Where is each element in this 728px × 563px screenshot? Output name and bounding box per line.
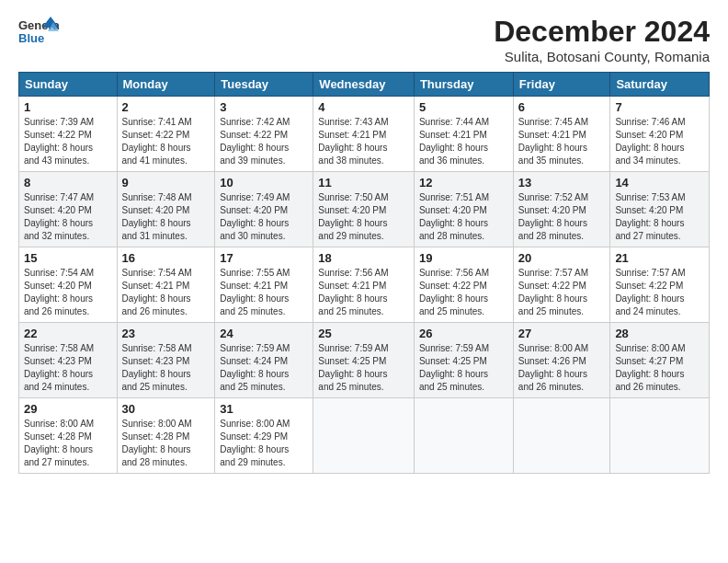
- calendar-cell: 13Sunrise: 7:52 AM Sunset: 4:20 PM Dayli…: [513, 172, 610, 247]
- calendar-cell: 30Sunrise: 8:00 AM Sunset: 4:28 PM Dayli…: [117, 398, 215, 474]
- day-detail: Sunrise: 7:45 AM Sunset: 4:21 PM Dayligh…: [518, 116, 606, 167]
- day-detail: Sunrise: 7:54 AM Sunset: 4:20 PM Dayligh…: [24, 267, 112, 318]
- day-detail: Sunrise: 7:42 AM Sunset: 4:22 PM Dayligh…: [220, 116, 308, 167]
- day-detail: Sunrise: 8:00 AM Sunset: 4:27 PM Dayligh…: [615, 342, 704, 394]
- calendar-week-row: 8Sunrise: 7:47 AM Sunset: 4:20 PM Daylig…: [19, 172, 710, 247]
- day-number: 16: [122, 251, 210, 265]
- day-detail: Sunrise: 7:46 AM Sunset: 4:20 PM Dayligh…: [615, 116, 704, 167]
- day-detail: Sunrise: 7:43 AM Sunset: 4:21 PM Dayligh…: [318, 116, 409, 167]
- day-detail: Sunrise: 7:56 AM Sunset: 4:22 PM Dayligh…: [419, 267, 508, 318]
- day-detail: Sunrise: 8:00 AM Sunset: 4:28 PM Dayligh…: [24, 418, 112, 469]
- calendar-cell: 29Sunrise: 8:00 AM Sunset: 4:28 PM Dayli…: [19, 398, 118, 474]
- calendar-cell: 23Sunrise: 7:58 AM Sunset: 4:23 PM Dayli…: [117, 323, 215, 398]
- logo-icon: General Blue: [18, 15, 59, 48]
- calendar-cell: 31Sunrise: 8:00 AM Sunset: 4:29 PM Dayli…: [215, 398, 313, 474]
- calendar-cell: [610, 398, 710, 474]
- page: General Blue December 2024 Sulita, Botos…: [0, 0, 728, 483]
- day-detail: Sunrise: 7:59 AM Sunset: 4:25 PM Dayligh…: [419, 342, 508, 394]
- day-detail: Sunrise: 8:00 AM Sunset: 4:29 PM Dayligh…: [220, 418, 308, 469]
- calendar-cell: 27Sunrise: 8:00 AM Sunset: 4:26 PM Dayli…: [513, 323, 610, 398]
- day-number: 15: [24, 251, 112, 265]
- calendar-cell: 24Sunrise: 7:59 AM Sunset: 4:24 PM Dayli…: [215, 323, 313, 398]
- calendar-cell: 11Sunrise: 7:50 AM Sunset: 4:20 PM Dayli…: [313, 172, 415, 247]
- day-number: 18: [318, 251, 409, 265]
- day-number: 3: [220, 100, 308, 114]
- day-detail: Sunrise: 7:58 AM Sunset: 4:23 PM Dayligh…: [122, 342, 210, 394]
- day-number: 10: [220, 176, 308, 190]
- svg-text:Blue: Blue: [18, 31, 44, 45]
- calendar-cell: 7Sunrise: 7:46 AM Sunset: 4:20 PM Daylig…: [610, 97, 710, 172]
- day-number: 12: [419, 176, 508, 190]
- header-thursday: Thursday: [414, 73, 513, 97]
- day-number: 26: [419, 327, 508, 340]
- calendar-cell: 9Sunrise: 7:48 AM Sunset: 4:20 PM Daylig…: [117, 172, 215, 247]
- day-detail: Sunrise: 7:55 AM Sunset: 4:21 PM Dayligh…: [220, 267, 308, 318]
- day-detail: Sunrise: 7:48 AM Sunset: 4:20 PM Dayligh…: [122, 191, 210, 243]
- header-wednesday: Wednesday: [313, 73, 415, 97]
- day-number: 17: [220, 251, 308, 265]
- calendar-cell: 5Sunrise: 7:44 AM Sunset: 4:21 PM Daylig…: [414, 97, 513, 172]
- title-block: December 2024 Sulita, Botosani County, R…: [494, 15, 710, 64]
- calendar-cell: 6Sunrise: 7:45 AM Sunset: 4:21 PM Daylig…: [513, 97, 610, 172]
- header-friday: Friday: [513, 73, 610, 97]
- day-detail: Sunrise: 7:57 AM Sunset: 4:22 PM Dayligh…: [518, 267, 606, 318]
- calendar-cell: 16Sunrise: 7:54 AM Sunset: 4:21 PM Dayli…: [117, 247, 215, 323]
- logo: General Blue: [18, 15, 63, 48]
- calendar-cell: [513, 398, 610, 474]
- day-detail: Sunrise: 7:51 AM Sunset: 4:20 PM Dayligh…: [419, 191, 508, 243]
- day-number: 19: [419, 251, 508, 265]
- calendar-cell: 19Sunrise: 7:56 AM Sunset: 4:22 PM Dayli…: [414, 247, 513, 323]
- calendar-cell: 10Sunrise: 7:49 AM Sunset: 4:20 PM Dayli…: [215, 172, 313, 247]
- calendar: Sunday Monday Tuesday Wednesday Thursday…: [18, 72, 710, 474]
- day-number: 6: [518, 100, 606, 114]
- day-number: 13: [518, 176, 606, 190]
- header-monday: Monday: [117, 73, 215, 97]
- calendar-cell: 20Sunrise: 7:57 AM Sunset: 4:22 PM Dayli…: [513, 247, 610, 323]
- calendar-cell: 4Sunrise: 7:43 AM Sunset: 4:21 PM Daylig…: [313, 97, 415, 172]
- day-detail: Sunrise: 7:58 AM Sunset: 4:23 PM Dayligh…: [24, 342, 112, 394]
- day-detail: Sunrise: 7:56 AM Sunset: 4:21 PM Dayligh…: [318, 267, 409, 318]
- day-number: 4: [318, 100, 409, 114]
- day-detail: Sunrise: 7:59 AM Sunset: 4:25 PM Dayligh…: [318, 342, 409, 394]
- day-number: 9: [122, 176, 210, 190]
- subtitle: Sulita, Botosani County, Romania: [494, 49, 710, 64]
- day-detail: Sunrise: 7:59 AM Sunset: 4:24 PM Dayligh…: [220, 342, 308, 394]
- calendar-cell: 3Sunrise: 7:42 AM Sunset: 4:22 PM Daylig…: [215, 97, 313, 172]
- day-number: 24: [220, 327, 308, 340]
- day-detail: Sunrise: 7:39 AM Sunset: 4:22 PM Dayligh…: [24, 116, 112, 167]
- day-detail: Sunrise: 7:53 AM Sunset: 4:20 PM Dayligh…: [615, 191, 704, 243]
- day-detail: Sunrise: 7:50 AM Sunset: 4:20 PM Dayligh…: [318, 191, 409, 243]
- day-number: 23: [122, 327, 210, 340]
- day-number: 11: [318, 176, 409, 190]
- day-number: 21: [615, 251, 704, 265]
- calendar-cell: 18Sunrise: 7:56 AM Sunset: 4:21 PM Dayli…: [313, 247, 415, 323]
- day-number: 2: [122, 100, 210, 114]
- calendar-cell: 26Sunrise: 7:59 AM Sunset: 4:25 PM Dayli…: [414, 323, 513, 398]
- header-sunday: Sunday: [19, 73, 118, 97]
- calendar-cell: 14Sunrise: 7:53 AM Sunset: 4:20 PM Dayli…: [610, 172, 710, 247]
- calendar-cell: [313, 398, 415, 474]
- calendar-week-row: 15Sunrise: 7:54 AM Sunset: 4:20 PM Dayli…: [19, 247, 710, 323]
- day-number: 7: [615, 100, 704, 114]
- day-detail: Sunrise: 8:00 AM Sunset: 4:28 PM Dayligh…: [122, 418, 210, 469]
- calendar-cell: 8Sunrise: 7:47 AM Sunset: 4:20 PM Daylig…: [19, 172, 118, 247]
- header-tuesday: Tuesday: [215, 73, 313, 97]
- day-number: 20: [518, 251, 606, 265]
- calendar-cell: 22Sunrise: 7:58 AM Sunset: 4:23 PM Dayli…: [19, 323, 118, 398]
- header: General Blue December 2024 Sulita, Botos…: [18, 15, 710, 64]
- calendar-cell: 17Sunrise: 7:55 AM Sunset: 4:21 PM Dayli…: [215, 247, 313, 323]
- calendar-header-row: Sunday Monday Tuesday Wednesday Thursday…: [19, 73, 710, 97]
- day-number: 1: [24, 100, 112, 114]
- day-detail: Sunrise: 8:00 AM Sunset: 4:26 PM Dayligh…: [518, 342, 606, 394]
- day-number: 5: [419, 100, 508, 114]
- calendar-week-row: 22Sunrise: 7:58 AM Sunset: 4:23 PM Dayli…: [19, 323, 710, 398]
- calendar-cell: 1Sunrise: 7:39 AM Sunset: 4:22 PM Daylig…: [19, 97, 118, 172]
- calendar-cell: [414, 398, 513, 474]
- day-number: 14: [615, 176, 704, 190]
- main-title: December 2024: [494, 15, 710, 49]
- day-number: 27: [518, 327, 606, 340]
- calendar-cell: 21Sunrise: 7:57 AM Sunset: 4:22 PM Dayli…: [610, 247, 710, 323]
- day-number: 28: [615, 327, 704, 340]
- day-number: 31: [220, 402, 308, 416]
- day-detail: Sunrise: 7:47 AM Sunset: 4:20 PM Dayligh…: [24, 191, 112, 243]
